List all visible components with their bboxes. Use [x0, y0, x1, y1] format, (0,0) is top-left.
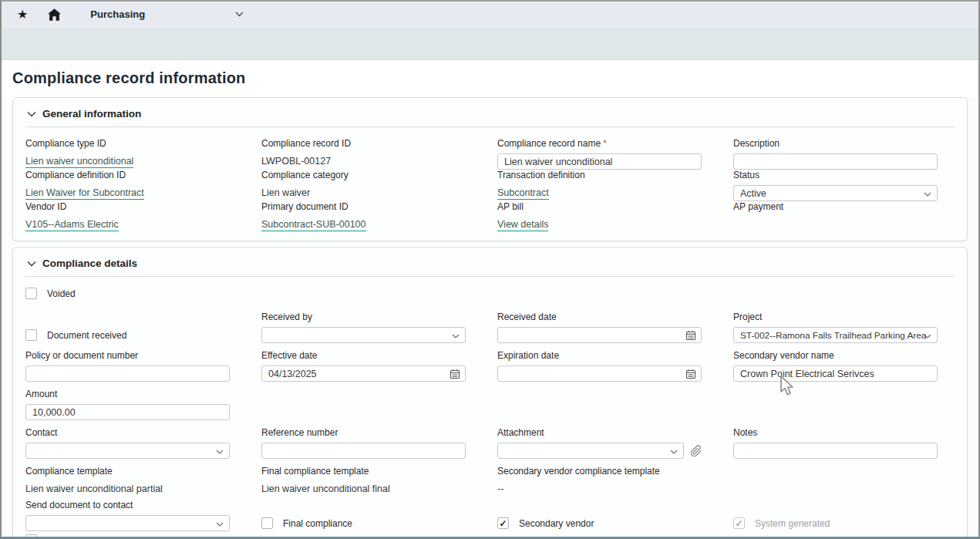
compliance-record-name-input[interactable]	[497, 153, 702, 170]
top-navigation-bar: ★ Purchasing	[2, 2, 978, 27]
effective-date-label: Effective date	[261, 350, 466, 361]
final-compliance-checkbox[interactable]	[261, 517, 273, 529]
override-compliance-notification-checkbox[interactable]	[25, 534, 37, 539]
override-compliance-notification-checkbox-row: Override compliance notification	[25, 534, 230, 539]
compliance-template-value: Lien waiver unconditional partial	[25, 483, 163, 494]
final-compliance-template-label: Final compliance template	[261, 466, 466, 477]
reference-number-label: Reference number	[261, 427, 466, 438]
document-received-checkbox[interactable]	[25, 329, 37, 341]
policy-or-document-number-label: Policy or document number	[25, 350, 230, 361]
home-icon[interactable]	[48, 8, 61, 21]
secondary-vendor-checkbox[interactable]	[497, 517, 509, 529]
secondary-vendor-name-input[interactable]	[733, 366, 938, 382]
section-title: General information	[42, 108, 141, 120]
document-received-label: Document received	[47, 330, 126, 341]
calendar-icon[interactable]	[450, 369, 460, 379]
app-window: ★ Purchasing Compliance record informati…	[0, 0, 980, 539]
policy-or-document-number-input[interactable]	[25, 366, 230, 382]
system-generated-label: System generated	[755, 518, 830, 529]
voided-checkbox-row: Voided	[25, 288, 230, 299]
compliance-definition-id-label: Compliance definition ID	[25, 170, 230, 180]
chevron-down-icon	[452, 334, 460, 339]
calendar-icon[interactable]	[685, 330, 696, 341]
status-select[interactable]: Active	[733, 185, 938, 201]
section-collapse-chevron-icon	[27, 111, 36, 117]
chevron-down-icon	[216, 450, 224, 454]
effective-date-input[interactable]: 04/13/2025	[261, 366, 466, 382]
page-header: Compliance record information	[2, 60, 978, 97]
project-select[interactable]: ST-002--Ramona Falls Trailhead Parking A…	[733, 327, 938, 343]
chevron-down-icon[interactable]	[235, 12, 244, 17]
contact-select[interactable]	[25, 443, 230, 459]
general-information-header[interactable]: General information	[25, 106, 955, 127]
notes-input[interactable]	[733, 443, 938, 459]
page-title: Compliance record information	[12, 69, 968, 87]
transaction-definition-label: Transaction definition	[497, 170, 702, 180]
received-by-select[interactable]	[261, 327, 466, 343]
expiration-date-label: Expiration date	[497, 350, 702, 361]
ap-payment-label: AP payment	[733, 201, 938, 212]
received-by-label: Received by	[261, 312, 466, 322]
compliance-record-id-label: Compliance record ID	[261, 138, 466, 149]
chevron-down-icon	[924, 192, 931, 197]
general-information-section: General information Compliance type ID L…	[12, 97, 968, 241]
description-input[interactable]	[733, 153, 938, 170]
required-asterisk: *	[603, 138, 607, 149]
compliance-details-header[interactable]: Compliance details	[25, 255, 955, 277]
compliance-record-id-value: LWPOBL-00127	[261, 156, 331, 167]
system-generated-checkbox	[733, 517, 745, 529]
paperclip-icon[interactable]	[690, 445, 702, 457]
final-compliance-template-value: Lien waiver unconditional final	[261, 483, 390, 494]
secondary-vendor-label: Secondary vendor	[519, 518, 594, 529]
attachment-label: Attachment	[497, 427, 702, 438]
secondary-vendor-name-label: Secondary vendor name	[733, 350, 938, 361]
notes-label: Notes	[733, 427, 938, 438]
vendor-id-link[interactable]: V105--Adams Electric	[25, 219, 119, 231]
vendor-id-label: Vendor ID	[25, 201, 230, 212]
transaction-definition-link[interactable]: Subcontract	[497, 187, 549, 200]
amount-input[interactable]	[25, 404, 230, 420]
reference-number-input[interactable]	[261, 443, 466, 459]
section-title: Compliance details	[42, 258, 137, 269]
secondary-vendor-checkbox-row: Secondary vendor	[497, 517, 702, 529]
primary-document-id-label: Primary document ID	[261, 201, 466, 212]
compliance-details-section: Compliance details Voided Document recei…	[12, 247, 968, 539]
compliance-type-id-link[interactable]: Lien waiver unconditional	[25, 156, 133, 168]
send-document-to-contact-label: Send document to contact	[25, 500, 230, 510]
received-date-label: Received date	[497, 312, 702, 322]
final-compliance-checkbox-row: Final compliance	[261, 517, 466, 529]
received-date-input[interactable]	[497, 327, 702, 343]
secondary-vendor-compliance-template-value: --	[497, 483, 503, 494]
compliance-definition-id-link[interactable]: Lien Waiver for Subcontract	[25, 187, 144, 200]
description-label: Description	[733, 138, 938, 149]
amount-label: Amount	[25, 389, 230, 399]
calendar-icon[interactable]	[685, 369, 696, 379]
contact-label: Contact	[25, 427, 230, 438]
section-collapse-chevron-icon	[27, 261, 36, 267]
compliance-record-name-label: Compliance record name*	[497, 138, 702, 149]
secondary-toolbar	[2, 27, 978, 60]
compliance-type-id-label: Compliance type ID	[25, 138, 230, 149]
final-compliance-label: Final compliance	[283, 518, 352, 529]
module-menu-purchasing[interactable]: Purchasing	[90, 8, 145, 20]
favorite-star-icon[interactable]: ★	[17, 8, 28, 21]
attachment-select[interactable]	[497, 443, 684, 459]
compliance-category-label: Compliance category	[261, 170, 466, 180]
document-received-checkbox-row: Document received	[25, 329, 230, 341]
project-label: Project	[733, 312, 938, 322]
compliance-category-value: Lien waiver	[261, 187, 310, 198]
status-label: Status	[733, 170, 938, 180]
send-document-to-contact-select[interactable]	[25, 515, 230, 531]
ap-bill-view-details-link[interactable]: View details	[497, 219, 548, 231]
primary-document-id-link[interactable]: Subcontract-SUB-00100	[261, 219, 366, 231]
voided-checkbox[interactable]	[25, 288, 37, 299]
system-generated-checkbox-row: System generated	[733, 517, 938, 529]
ap-bill-label: AP bill	[497, 201, 702, 212]
voided-label: Voided	[47, 288, 76, 299]
expiration-date-input[interactable]	[497, 366, 702, 382]
compliance-template-label: Compliance template	[25, 466, 230, 477]
secondary-vendor-compliance-template-label: Secondary vendor compliance template	[497, 466, 702, 477]
chevron-down-icon	[924, 334, 931, 339]
chevron-down-icon	[670, 450, 678, 454]
override-compliance-notification-label: Override compliance notification	[47, 535, 179, 539]
